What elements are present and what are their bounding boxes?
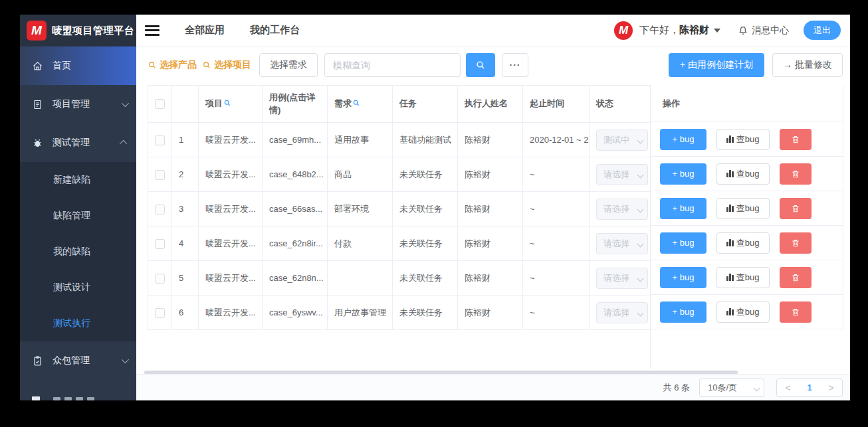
requirement-cell: 商品 bbox=[328, 157, 393, 192]
requirement-cell: 用户故事管理 bbox=[328, 296, 393, 330]
view-bug-button[interactable]: 查bug bbox=[716, 129, 770, 150]
requirement-header-label: 需求 bbox=[334, 98, 352, 108]
current-page[interactable]: 1 bbox=[807, 383, 812, 392]
status-select[interactable]: 请选择 bbox=[596, 268, 648, 289]
search-icon[interactable] bbox=[352, 99, 360, 107]
sidebar: M 唛盟项目管理平台 首页 项目管理 测试管理 新建缺陷 缺陷管理 我的缺陷 bbox=[20, 15, 136, 400]
tab-all-apps[interactable]: 全部应用 bbox=[185, 24, 225, 37]
select-requirement-button[interactable]: 选择需求 bbox=[259, 53, 318, 77]
sidebar-item-test-design[interactable]: 测试设计 bbox=[20, 270, 136, 305]
view-bug-button[interactable]: 查bug bbox=[716, 163, 770, 185]
row-checkbox[interactable] bbox=[155, 170, 165, 180]
requirement-cell: 通用故事 bbox=[328, 123, 393, 157]
status-select[interactable]: 请选择 bbox=[596, 164, 648, 185]
chevron-down-icon bbox=[637, 137, 644, 143]
dates-cell: ~ bbox=[523, 296, 590, 330]
submenu-label: 新建缺陷 bbox=[53, 174, 90, 186]
row-index: 3 bbox=[172, 192, 199, 226]
sidebar-item-my-defects[interactable]: 我的缺陷 bbox=[20, 234, 136, 270]
executor-cell: 陈裕财 bbox=[458, 226, 523, 261]
select-project-link[interactable]: 选择项目 bbox=[202, 59, 251, 71]
sidebar-item-test-execution[interactable]: 测试执行 bbox=[20, 305, 136, 341]
user-dropdown-caret-icon[interactable] bbox=[714, 29, 720, 33]
sidebar-item-crowd-mgmt[interactable]: 众包管理 bbox=[20, 341, 136, 380]
tab-my-workbench[interactable]: 我的工作台 bbox=[250, 24, 300, 37]
search-icon[interactable] bbox=[223, 99, 231, 107]
project-cell: 唛盟云开发... bbox=[199, 226, 263, 261]
hamburger-menu-icon[interactable] bbox=[145, 23, 160, 38]
case-cell[interactable]: case_69mh... bbox=[263, 123, 328, 157]
requirement-header: 需求 bbox=[328, 86, 393, 123]
search-button[interactable] bbox=[466, 53, 495, 77]
screen: M 唛盟项目管理平台 首页 项目管理 测试管理 新建缺陷 缺陷管理 我的缺陷 bbox=[0, 0, 868, 427]
add-bug-button[interactable]: + bug bbox=[660, 129, 706, 150]
case-cell[interactable]: case_66sas... bbox=[263, 192, 328, 226]
batch-edit-button[interactable]: → 批量修改 bbox=[772, 53, 843, 77]
more-filters-button[interactable]: ··· bbox=[502, 53, 528, 77]
delete-button[interactable] bbox=[780, 232, 812, 254]
row-checkbox[interactable] bbox=[155, 239, 165, 249]
row-checkbox[interactable] bbox=[155, 308, 165, 318]
sidebar-item-new-defect[interactable]: 新建缺陷 bbox=[20, 162, 136, 198]
message-center[interactable]: 消息中心 bbox=[738, 25, 789, 37]
view-bug-button[interactable]: 查bug bbox=[716, 301, 770, 323]
case-cell[interactable]: case_6yswv... bbox=[263, 296, 328, 330]
username[interactable]: 陈裕财 bbox=[679, 24, 709, 35]
filter-bar: 选择产品 选择项目 选择需求 ··· + 由用例创建计划 → 批量修改 bbox=[148, 53, 843, 77]
create-plan-button[interactable]: + 由用例创建计划 bbox=[669, 53, 764, 77]
add-bug-button[interactable]: + bug bbox=[660, 301, 706, 323]
select-product-link[interactable]: 选择产品 bbox=[148, 59, 197, 71]
delete-button[interactable] bbox=[780, 301, 812, 323]
greeting: 下午好， bbox=[639, 24, 679, 35]
sidebar-item-project-mgmt[interactable]: 项目管理 bbox=[20, 85, 136, 124]
add-bug-button[interactable]: + bug bbox=[660, 163, 706, 185]
bar-chart-icon bbox=[726, 239, 733, 246]
sidebar-item-partial[interactable] bbox=[20, 380, 136, 400]
add-bug-button[interactable]: + bug bbox=[660, 198, 706, 219]
operations-row: + bug 查bug bbox=[651, 122, 843, 157]
delete-button[interactable] bbox=[780, 198, 812, 219]
status-select[interactable]: 请选择 bbox=[596, 302, 648, 323]
case-cell[interactable]: case_648b2... bbox=[263, 157, 328, 192]
sidebar-item-home[interactable]: 首页 bbox=[20, 46, 136, 85]
next-page-button[interactable]: > bbox=[828, 383, 833, 393]
delete-button[interactable] bbox=[780, 163, 812, 185]
row-checkbox[interactable] bbox=[155, 274, 165, 284]
delete-button[interactable] bbox=[780, 267, 812, 288]
view-bug-button[interactable]: 查bug bbox=[716, 198, 770, 219]
sidebar-item-defect-mgmt[interactable]: 缺陷管理 bbox=[20, 198, 136, 234]
row-checkbox[interactable] bbox=[155, 205, 165, 214]
trash-icon bbox=[791, 169, 800, 179]
requirement-cell: 付款 bbox=[328, 226, 393, 261]
bell-icon bbox=[738, 25, 748, 36]
add-bug-button[interactable]: + bug bbox=[660, 267, 706, 288]
arrow-right-icon: → bbox=[783, 59, 792, 70]
view-bug-button[interactable]: 查bug bbox=[716, 267, 770, 288]
bar-chart-icon bbox=[726, 135, 733, 143]
project-cell: 唛盟云开发... bbox=[199, 261, 263, 296]
select-all-checkbox[interactable] bbox=[155, 99, 165, 109]
chevron-down-icon bbox=[122, 356, 129, 363]
page-size-select[interactable]: 10条/页 bbox=[699, 379, 764, 397]
logout-button[interactable]: 退出 bbox=[804, 21, 841, 40]
view-bug-button[interactable]: 查bug bbox=[716, 232, 770, 254]
case-cell[interactable]: case_62n8ir... bbox=[263, 226, 328, 261]
operations-header: 操作 bbox=[651, 85, 843, 122]
add-bug-button[interactable]: + bug bbox=[660, 232, 706, 254]
executor-cell: 陈裕财 bbox=[458, 261, 523, 296]
project-header-label: 项目 bbox=[205, 98, 223, 108]
sidebar-item-test-mgmt[interactable]: 测试管理 bbox=[20, 124, 136, 162]
delete-button[interactable] bbox=[780, 129, 812, 150]
task-cell: 未关联任务 bbox=[393, 296, 458, 330]
requirement-cell: 部署环境 bbox=[328, 192, 393, 226]
case-cell[interactable]: case_62n8n... bbox=[263, 261, 328, 296]
view-bug-label: 查bug bbox=[736, 306, 760, 318]
avatar[interactable]: M bbox=[614, 21, 633, 40]
prev-page-button[interactable]: < bbox=[785, 383, 790, 393]
status-select[interactable]: 测试中 bbox=[596, 129, 648, 151]
row-checkbox[interactable] bbox=[155, 135, 165, 145]
status-select[interactable]: 请选择 bbox=[596, 233, 648, 254]
row-index: 2 bbox=[172, 157, 199, 192]
fuzzy-search-input[interactable] bbox=[324, 53, 461, 77]
status-select[interactable]: 请选择 bbox=[596, 199, 648, 220]
